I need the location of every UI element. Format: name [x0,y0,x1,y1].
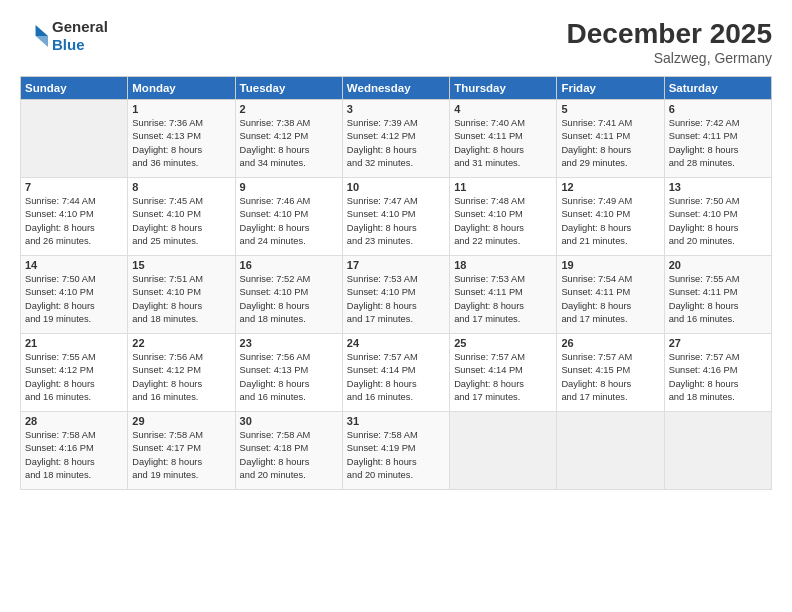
day-number: 26 [561,337,659,349]
day-cell: 6Sunrise: 7:42 AM Sunset: 4:11 PM Daylig… [664,100,771,178]
day-cell [450,412,557,490]
day-cell: 2Sunrise: 7:38 AM Sunset: 4:12 PM Daylig… [235,100,342,178]
page: GeneralBlue December 2025 Salzweg, Germa… [0,0,792,612]
svg-marker-0 [36,25,48,36]
day-info: Sunrise: 7:58 AM Sunset: 4:17 PM Dayligh… [132,429,230,483]
day-info: Sunrise: 7:54 AM Sunset: 4:11 PM Dayligh… [561,273,659,327]
day-cell: 13Sunrise: 7:50 AM Sunset: 4:10 PM Dayli… [664,178,771,256]
day-cell: 12Sunrise: 7:49 AM Sunset: 4:10 PM Dayli… [557,178,664,256]
day-cell: 25Sunrise: 7:57 AM Sunset: 4:14 PM Dayli… [450,334,557,412]
day-number: 14 [25,259,123,271]
day-cell: 27Sunrise: 7:57 AM Sunset: 4:16 PM Dayli… [664,334,771,412]
day-number: 9 [240,181,338,193]
day-number: 6 [669,103,767,115]
day-info: Sunrise: 7:57 AM Sunset: 4:16 PM Dayligh… [669,351,767,405]
day-info: Sunrise: 7:50 AM Sunset: 4:10 PM Dayligh… [25,273,123,327]
day-info: Sunrise: 7:53 AM Sunset: 4:10 PM Dayligh… [347,273,445,327]
day-info: Sunrise: 7:58 AM Sunset: 4:16 PM Dayligh… [25,429,123,483]
title-block: December 2025 Salzweg, Germany [567,18,772,66]
day-cell: 18Sunrise: 7:53 AM Sunset: 4:11 PM Dayli… [450,256,557,334]
month-title: December 2025 [567,18,772,50]
day-cell: 10Sunrise: 7:47 AM Sunset: 4:10 PM Dayli… [342,178,449,256]
week-row-5: 28Sunrise: 7:58 AM Sunset: 4:16 PM Dayli… [21,412,772,490]
day-number: 16 [240,259,338,271]
day-cell: 1Sunrise: 7:36 AM Sunset: 4:13 PM Daylig… [128,100,235,178]
day-info: Sunrise: 7:51 AM Sunset: 4:10 PM Dayligh… [132,273,230,327]
day-cell [557,412,664,490]
day-info: Sunrise: 7:36 AM Sunset: 4:13 PM Dayligh… [132,117,230,171]
day-number: 1 [132,103,230,115]
day-cell: 4Sunrise: 7:40 AM Sunset: 4:11 PM Daylig… [450,100,557,178]
day-info: Sunrise: 7:52 AM Sunset: 4:10 PM Dayligh… [240,273,338,327]
day-cell: 20Sunrise: 7:55 AM Sunset: 4:11 PM Dayli… [664,256,771,334]
day-number: 3 [347,103,445,115]
logo-general: GeneralBlue [52,18,108,53]
logo-blue: Blue [52,36,85,53]
day-number: 21 [25,337,123,349]
day-cell: 29Sunrise: 7:58 AM Sunset: 4:17 PM Dayli… [128,412,235,490]
day-info: Sunrise: 7:41 AM Sunset: 4:11 PM Dayligh… [561,117,659,171]
week-row-1: 1Sunrise: 7:36 AM Sunset: 4:13 PM Daylig… [21,100,772,178]
day-cell: 24Sunrise: 7:57 AM Sunset: 4:14 PM Dayli… [342,334,449,412]
day-info: Sunrise: 7:46 AM Sunset: 4:10 PM Dayligh… [240,195,338,249]
day-info: Sunrise: 7:40 AM Sunset: 4:11 PM Dayligh… [454,117,552,171]
col-header-sunday: Sunday [21,77,128,100]
col-header-tuesday: Tuesday [235,77,342,100]
day-number: 11 [454,181,552,193]
day-cell: 28Sunrise: 7:58 AM Sunset: 4:16 PM Dayli… [21,412,128,490]
day-info: Sunrise: 7:39 AM Sunset: 4:12 PM Dayligh… [347,117,445,171]
day-info: Sunrise: 7:57 AM Sunset: 4:14 PM Dayligh… [454,351,552,405]
day-cell: 26Sunrise: 7:57 AM Sunset: 4:15 PM Dayli… [557,334,664,412]
day-number: 22 [132,337,230,349]
day-cell: 8Sunrise: 7:45 AM Sunset: 4:10 PM Daylig… [128,178,235,256]
day-info: Sunrise: 7:57 AM Sunset: 4:15 PM Dayligh… [561,351,659,405]
week-row-3: 14Sunrise: 7:50 AM Sunset: 4:10 PM Dayli… [21,256,772,334]
day-cell: 31Sunrise: 7:58 AM Sunset: 4:19 PM Dayli… [342,412,449,490]
day-info: Sunrise: 7:58 AM Sunset: 4:18 PM Dayligh… [240,429,338,483]
day-number: 25 [454,337,552,349]
day-number: 15 [132,259,230,271]
day-cell: 3Sunrise: 7:39 AM Sunset: 4:12 PM Daylig… [342,100,449,178]
col-header-thursday: Thursday [450,77,557,100]
day-number: 30 [240,415,338,427]
week-row-2: 7Sunrise: 7:44 AM Sunset: 4:10 PM Daylig… [21,178,772,256]
day-info: Sunrise: 7:58 AM Sunset: 4:19 PM Dayligh… [347,429,445,483]
day-cell: 11Sunrise: 7:48 AM Sunset: 4:10 PM Dayli… [450,178,557,256]
day-info: Sunrise: 7:47 AM Sunset: 4:10 PM Dayligh… [347,195,445,249]
logo-icon [20,22,48,50]
location: Salzweg, Germany [567,50,772,66]
col-header-saturday: Saturday [664,77,771,100]
day-info: Sunrise: 7:48 AM Sunset: 4:10 PM Dayligh… [454,195,552,249]
day-number: 31 [347,415,445,427]
day-number: 8 [132,181,230,193]
day-number: 24 [347,337,445,349]
day-cell: 5Sunrise: 7:41 AM Sunset: 4:11 PM Daylig… [557,100,664,178]
day-info: Sunrise: 7:44 AM Sunset: 4:10 PM Dayligh… [25,195,123,249]
week-row-4: 21Sunrise: 7:55 AM Sunset: 4:12 PM Dayli… [21,334,772,412]
day-cell [664,412,771,490]
day-number: 13 [669,181,767,193]
day-info: Sunrise: 7:42 AM Sunset: 4:11 PM Dayligh… [669,117,767,171]
day-info: Sunrise: 7:55 AM Sunset: 4:12 PM Dayligh… [25,351,123,405]
day-cell: 23Sunrise: 7:56 AM Sunset: 4:13 PM Dayli… [235,334,342,412]
day-number: 2 [240,103,338,115]
day-number: 29 [132,415,230,427]
header-row: SundayMondayTuesdayWednesdayThursdayFrid… [21,77,772,100]
day-info: Sunrise: 7:45 AM Sunset: 4:10 PM Dayligh… [132,195,230,249]
col-header-friday: Friday [557,77,664,100]
day-number: 19 [561,259,659,271]
day-cell: 19Sunrise: 7:54 AM Sunset: 4:11 PM Dayli… [557,256,664,334]
day-number: 5 [561,103,659,115]
header: GeneralBlue December 2025 Salzweg, Germa… [20,18,772,66]
day-number: 28 [25,415,123,427]
day-number: 27 [669,337,767,349]
day-cell: 7Sunrise: 7:44 AM Sunset: 4:10 PM Daylig… [21,178,128,256]
logo: GeneralBlue [20,18,108,54]
day-cell: 16Sunrise: 7:52 AM Sunset: 4:10 PM Dayli… [235,256,342,334]
day-cell: 14Sunrise: 7:50 AM Sunset: 4:10 PM Dayli… [21,256,128,334]
day-cell [21,100,128,178]
day-number: 10 [347,181,445,193]
day-info: Sunrise: 7:38 AM Sunset: 4:12 PM Dayligh… [240,117,338,171]
calendar-body: 1Sunrise: 7:36 AM Sunset: 4:13 PM Daylig… [21,100,772,490]
day-number: 4 [454,103,552,115]
